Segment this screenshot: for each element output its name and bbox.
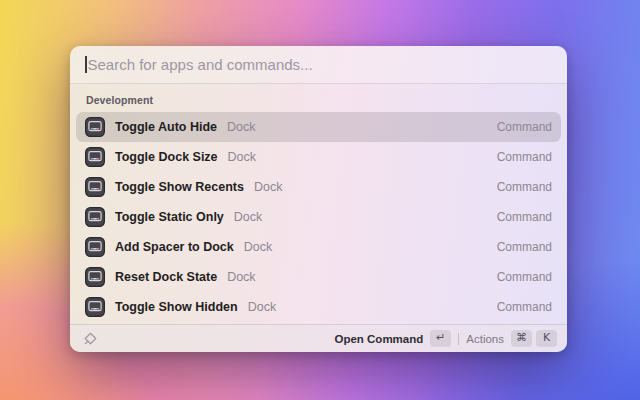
command-subtitle: Dock [254,180,282,194]
list-item-toggle-dock-size[interactable]: Toggle Dock Size Dock Command [76,142,561,172]
status-bar: Open Command ↵ Actions ⌘ K [70,324,567,352]
command-type-label: Command [497,270,552,284]
list-item-add-spacer-to-dock[interactable]: Add Spacer to Dock Dock Command [76,232,561,262]
command-subtitle: Dock [228,150,256,164]
list-item-toggle-show-hidden[interactable]: Toggle Show Hidden Dock Command [76,292,561,322]
command-type-label: Command [497,240,552,254]
command-title: Toggle Show Hidden [115,300,238,314]
search-input[interactable] [88,56,553,73]
command-title: Add Spacer to Dock [115,240,234,254]
command-subtitle: Dock [227,270,255,284]
footer-divider [458,333,459,345]
dock-icon [85,297,105,317]
raycast-logo-icon [83,331,98,346]
command-subtitle: Dock [227,120,255,134]
command-type-label: Command [497,120,552,134]
command-subtitle: Dock [234,210,262,224]
list-item-toggle-show-recents[interactable]: Toggle Show Recents Dock Command [76,172,561,202]
command-key-badge: ⌘ [511,330,532,347]
command-title: Toggle Dock Size [115,150,218,164]
command-type-label: Command [497,150,552,164]
command-title: Toggle Show Recents [115,180,244,194]
command-list: Development Toggle Auto Hide Dock Comman… [70,84,567,324]
command-subtitle: Dock [248,300,276,314]
list-item-reset-dock-state[interactable]: Reset Dock State Dock Command [76,262,561,292]
dock-icon [85,267,105,287]
command-type-label: Command [497,210,552,224]
return-key-badge: ↵ [430,330,451,347]
command-title: Reset Dock State [115,270,217,284]
command-type-label: Command [497,180,552,194]
command-title: Toggle Auto Hide [115,120,217,134]
open-command-label: Open Command [334,333,423,345]
actions-label: Actions [466,333,504,345]
search-bar[interactable] [70,46,567,84]
dock-icon [85,237,105,257]
command-palette-window: Development Toggle Auto Hide Dock Comman… [70,46,567,352]
command-type-label: Command [497,300,552,314]
text-cursor [85,56,87,73]
dock-icon [85,117,105,137]
open-command-button[interactable]: Open Command ↵ [334,330,451,347]
dock-icon [85,207,105,227]
section-header: Development [76,87,561,112]
list-item-toggle-auto-hide[interactable]: Toggle Auto Hide Dock Command [76,112,561,142]
command-subtitle: Dock [244,240,272,254]
command-title: Toggle Static Only [115,210,224,224]
actions-button[interactable]: Actions ⌘ K [466,330,557,347]
dock-icon [85,177,105,197]
k-key-badge: K [536,330,557,347]
dock-icon [85,147,105,167]
list-item-toggle-static-only[interactable]: Toggle Static Only Dock Command [76,202,561,232]
